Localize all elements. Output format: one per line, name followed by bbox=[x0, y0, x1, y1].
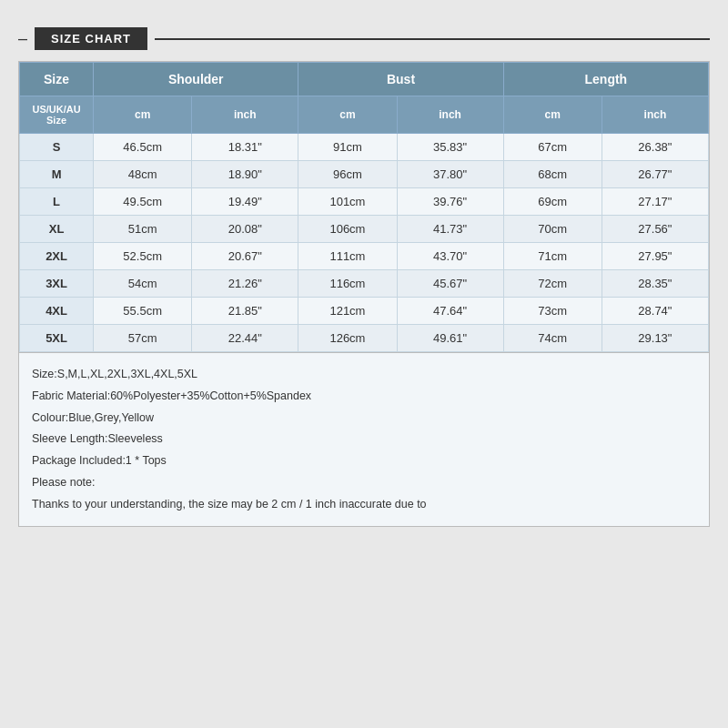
chart-wrapper: Size Shoulder Bust Length US/UK/AUSize c… bbox=[18, 61, 710, 353]
table-body: S46.5cm18.31"91cm35.83"67cm26.38"M48cm18… bbox=[20, 134, 709, 352]
table-cell: 116cm bbox=[298, 270, 397, 298]
table-cell: 49.5cm bbox=[94, 188, 192, 216]
table-row: L49.5cm19.49"101cm39.76"69cm27.17" bbox=[20, 188, 709, 216]
table-cell: 46.5cm bbox=[94, 134, 192, 161]
header-length-cm: cm bbox=[503, 96, 602, 134]
table-cell: 29.13" bbox=[602, 325, 708, 352]
table-cell: 21.85" bbox=[192, 298, 298, 325]
table-cell: 45.67" bbox=[397, 270, 503, 298]
header-us-size: US/UK/AUSize bbox=[20, 96, 94, 134]
table-cell: 28.35" bbox=[602, 270, 708, 298]
info-disclaimer: Thanks to your understanding, the size m… bbox=[32, 494, 696, 516]
table-cell: 3XL bbox=[20, 270, 94, 298]
table-cell: 27.56" bbox=[602, 216, 708, 243]
header-bust-inch: inch bbox=[397, 96, 503, 134]
header-length-inch: inch bbox=[602, 96, 708, 134]
table-cell: 20.08" bbox=[192, 216, 298, 243]
table-cell: 27.95" bbox=[602, 243, 708, 270]
table-cell: 39.76" bbox=[397, 188, 503, 216]
table-cell: 18.31" bbox=[192, 134, 298, 161]
table-cell: 51cm bbox=[94, 216, 192, 243]
table-cell: 22.44" bbox=[192, 325, 298, 352]
header-bust-cm: cm bbox=[298, 96, 397, 134]
info-fabric: Fabric Material:60%Polyester+35%Cotton+5… bbox=[32, 386, 696, 408]
table-cell: 101cm bbox=[298, 188, 397, 216]
table-cell: 121cm bbox=[298, 298, 397, 325]
header-row-1: Size Shoulder Bust Length bbox=[20, 63, 709, 96]
table-cell: 37.80" bbox=[397, 161, 503, 188]
table-cell: 72cm bbox=[503, 270, 602, 298]
table-cell: 19.49" bbox=[192, 188, 298, 216]
title-row: – SIZE CHART bbox=[18, 27, 710, 50]
table-cell: 26.38" bbox=[602, 134, 708, 161]
info-note: Please note: bbox=[32, 472, 696, 494]
header-bust: Bust bbox=[298, 63, 503, 96]
table-row: 3XL54cm21.26"116cm45.67"72cm28.35" bbox=[20, 270, 709, 298]
title-line bbox=[155, 38, 710, 40]
header-size: Size bbox=[20, 63, 94, 96]
table-cell: 18.90" bbox=[192, 161, 298, 188]
table-cell: 41.73" bbox=[397, 216, 503, 243]
chart-title: SIZE CHART bbox=[35, 27, 147, 50]
table-cell: 126cm bbox=[298, 325, 397, 352]
table-cell: XL bbox=[20, 216, 94, 243]
table-cell: 48cm bbox=[94, 161, 192, 188]
table-cell: 106cm bbox=[298, 216, 397, 243]
table-cell: 55.5cm bbox=[94, 298, 192, 325]
info-box: Size:S,M,L,XL,2XL,3XL,4XL,5XL Fabric Mat… bbox=[18, 353, 710, 527]
table-cell: 91cm bbox=[298, 134, 397, 161]
table-cell: M bbox=[20, 161, 94, 188]
table-cell: 43.70" bbox=[397, 243, 503, 270]
table-cell: 57cm bbox=[94, 325, 192, 352]
table-cell: 5XL bbox=[20, 325, 94, 352]
table-cell: S bbox=[20, 134, 94, 161]
table-cell: 35.83" bbox=[397, 134, 503, 161]
header-shoulder-cm: cm bbox=[94, 96, 192, 134]
table-cell: 70cm bbox=[503, 216, 602, 243]
table-row: M48cm18.90"96cm37.80"68cm26.77" bbox=[20, 161, 709, 188]
table-cell: 4XL bbox=[20, 298, 94, 325]
table-cell: 21.26" bbox=[192, 270, 298, 298]
header-row-2: US/UK/AUSize cm inch cm inch cm inch bbox=[20, 96, 709, 134]
info-package: Package Included:1 * Tops bbox=[32, 450, 696, 472]
table-cell: 2XL bbox=[20, 243, 94, 270]
table-row: XL51cm20.08"106cm41.73"70cm27.56" bbox=[20, 216, 709, 243]
table-cell: 54cm bbox=[94, 270, 192, 298]
table-cell: 49.61" bbox=[397, 325, 503, 352]
table-cell: 73cm bbox=[503, 298, 602, 325]
table-row: 5XL57cm22.44"126cm49.61"74cm29.13" bbox=[20, 325, 709, 352]
table-cell: 28.74" bbox=[602, 298, 708, 325]
size-table: Size Shoulder Bust Length US/UK/AUSize c… bbox=[19, 62, 709, 352]
table-cell: 96cm bbox=[298, 161, 397, 188]
table-cell: 111cm bbox=[298, 243, 397, 270]
table-cell: 67cm bbox=[503, 134, 602, 161]
table-cell: 20.67" bbox=[192, 243, 298, 270]
table-cell: 27.17" bbox=[602, 188, 708, 216]
header-shoulder-inch: inch bbox=[192, 96, 298, 134]
table-cell: 52.5cm bbox=[94, 243, 192, 270]
table-cell: 47.64" bbox=[397, 298, 503, 325]
table-cell: 74cm bbox=[503, 325, 602, 352]
table-cell: 69cm bbox=[503, 188, 602, 216]
table-cell: 71cm bbox=[503, 243, 602, 270]
table-cell: L bbox=[20, 188, 94, 216]
title-dash: – bbox=[18, 29, 27, 48]
table-row: 4XL55.5cm21.85"121cm47.64"73cm28.74" bbox=[20, 298, 709, 325]
info-sleeve: Sleeve Length:Sleeveless bbox=[32, 429, 696, 450]
table-cell: 26.77" bbox=[602, 161, 708, 188]
info-sizes: Size:S,M,L,XL,2XL,3XL,4XL,5XL bbox=[32, 364, 696, 386]
table-row: S46.5cm18.31"91cm35.83"67cm26.38" bbox=[20, 134, 709, 161]
header-length: Length bbox=[503, 63, 708, 96]
info-colour: Colour:Blue,Grey,Yellow bbox=[32, 408, 696, 430]
header-shoulder: Shoulder bbox=[94, 63, 298, 96]
table-row: 2XL52.5cm20.67"111cm43.70"71cm27.95" bbox=[20, 243, 709, 270]
table-cell: 68cm bbox=[503, 161, 602, 188]
